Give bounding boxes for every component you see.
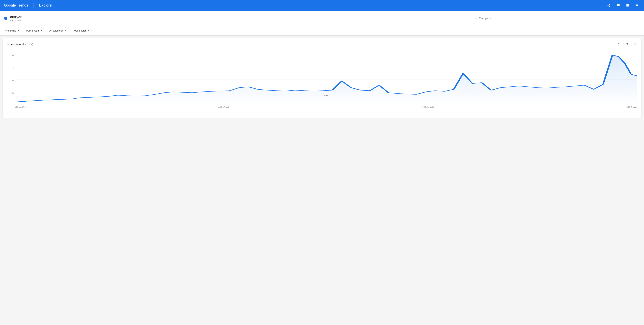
y-label-50: 50 [7, 79, 15, 82]
chart-container: 100 75 50 25 [7, 54, 637, 111]
y-label-25: 25 [7, 92, 15, 94]
card-header: Interest over time ? [3, 38, 641, 51]
x-label-2016: Feb 21, 2016 [422, 106, 434, 108]
search-term-text: airfryer Search term [10, 15, 22, 22]
search-type-filter[interactable]: Web Search ▼ [72, 29, 91, 33]
time-filter[interactable]: Past 5 years ▼ [25, 29, 44, 33]
trend-line-svg [15, 54, 637, 104]
search-type-arrow: ▼ [88, 29, 90, 32]
card-share-icon[interactable] [632, 42, 637, 47]
term-name: airfryer [10, 15, 22, 19]
note-label: Note [324, 94, 328, 97]
main-content: Interest over time ? [0, 38, 644, 118]
apps-icon[interactable] [624, 2, 630, 8]
header-right [606, 2, 640, 8]
search-term-box[interactable]: airfryer Search term [0, 11, 322, 26]
category-arrow: ▼ [65, 29, 67, 32]
search-type-label: Web Search [74, 29, 86, 32]
x-label-2017: Sep 3, 2017 [626, 106, 637, 108]
filter-bar: Worldwide ▼ Past 5 years ▼ All categorie… [0, 26, 644, 36]
explore-label: Explore [39, 3, 52, 7]
region-filter[interactable]: Worldwide ▼ [4, 29, 21, 33]
x-axis-labels: Jan 27, 20... Aug 10, 2014 Feb 21, 2016 … [15, 104, 637, 111]
embed-icon[interactable] [624, 42, 629, 47]
compare-box[interactable]: + Compare [322, 11, 644, 26]
category-filter[interactable]: All categories ▼ [48, 29, 68, 33]
share-icon[interactable] [606, 2, 612, 8]
download-icon[interactable] [616, 42, 621, 47]
card-title-area: Interest over time ? [7, 43, 33, 46]
compare-plus: + [475, 16, 477, 20]
card-title: Interest over time [7, 43, 28, 46]
help-icon[interactable]: ? [30, 43, 33, 46]
y-label-100: 100 [7, 54, 15, 56]
region-label: Worldwide [5, 29, 16, 32]
time-label: Past 5 years [26, 29, 40, 32]
time-arrow: ▼ [41, 29, 43, 32]
x-label-2014: Aug 10, 2014 [218, 106, 230, 108]
help-char: ? [31, 43, 32, 46]
google-trends-logo[interactable]: Google Trends [4, 3, 28, 7]
chart-inner: Note [15, 54, 637, 104]
logo-text: Google Trends [4, 3, 28, 7]
chart-area: 100 75 50 25 [3, 51, 641, 118]
app-header: Google Trends Explore [0, 0, 644, 11]
header-left: Google Trends Explore [4, 3, 52, 8]
search-dot [4, 16, 8, 20]
feedback-icon[interactable] [615, 2, 621, 8]
y-axis: 100 75 50 25 [7, 54, 15, 104]
category-label: All categories [50, 29, 64, 32]
notification-icon[interactable] [634, 2, 640, 8]
term-type: Search term [10, 19, 22, 22]
y-label-75: 75 [7, 67, 15, 69]
compare-label: Compare [479, 16, 491, 20]
region-arrow: ▼ [18, 29, 20, 32]
x-label-start: Jan 27, 20... [15, 106, 26, 108]
card-actions [616, 42, 637, 47]
interest-over-time-card: Interest over time ? [3, 38, 641, 118]
search-area: airfryer Search term + Compare [0, 11, 644, 26]
header-divider [34, 3, 34, 8]
